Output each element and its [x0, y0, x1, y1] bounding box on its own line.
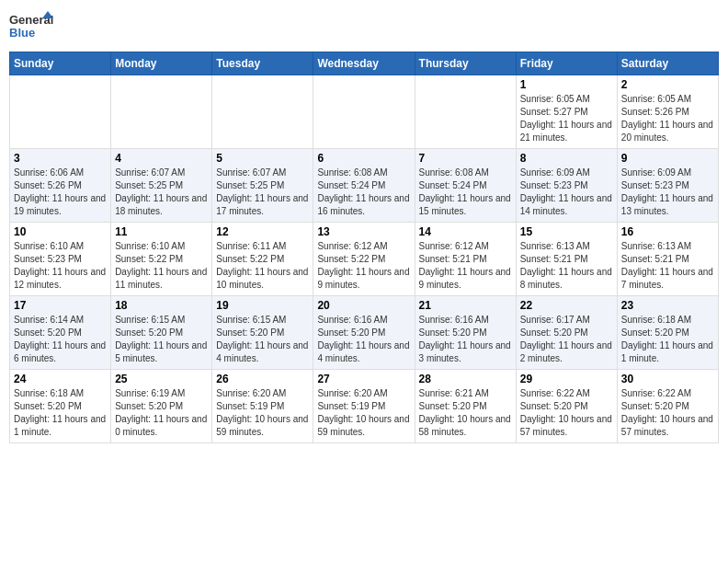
day-number: 22	[520, 299, 613, 312]
day-number: 27	[317, 373, 410, 385]
calendar-cell: 20Sunrise: 6:16 AM Sunset: 5:20 PM Dayli…	[313, 296, 415, 370]
day-number: 24	[14, 373, 107, 385]
svg-text:Blue: Blue	[9, 26, 35, 40]
day-info: Sunrise: 6:16 AM Sunset: 5:20 PM Dayligh…	[317, 314, 410, 365]
day-number: 7	[419, 152, 512, 165]
day-info: Sunrise: 6:18 AM Sunset: 5:20 PM Dayligh…	[621, 314, 714, 365]
calendar-cell: 18Sunrise: 6:15 AM Sunset: 5:20 PM Dayli…	[111, 296, 212, 370]
calendar-cell: 5Sunrise: 6:07 AM Sunset: 5:25 PM Daylig…	[212, 149, 313, 223]
weekday-header-wednesday: Wednesday	[313, 52, 415, 75]
calendar-cell: 7Sunrise: 6:08 AM Sunset: 5:24 PM Daylig…	[415, 149, 516, 223]
calendar-cell: 4Sunrise: 6:07 AM Sunset: 5:25 PM Daylig…	[111, 149, 212, 223]
day-info: Sunrise: 6:17 AM Sunset: 5:20 PM Dayligh…	[520, 314, 613, 365]
day-number: 6	[317, 152, 410, 165]
calendar-cell	[212, 75, 313, 149]
day-info: Sunrise: 6:18 AM Sunset: 5:20 PM Dayligh…	[14, 387, 107, 439]
week-row-5: 24Sunrise: 6:18 AM Sunset: 5:20 PM Dayli…	[10, 370, 719, 443]
calendar-cell: 28Sunrise: 6:21 AM Sunset: 5:20 PM Dayli…	[415, 370, 516, 443]
day-info: Sunrise: 6:06 AM Sunset: 5:26 PM Dayligh…	[14, 167, 107, 218]
day-info: Sunrise: 6:09 AM Sunset: 5:23 PM Dayligh…	[520, 167, 613, 218]
day-number: 9	[621, 152, 714, 165]
day-info: Sunrise: 6:07 AM Sunset: 5:25 PM Dayligh…	[115, 167, 208, 218]
calendar-cell: 21Sunrise: 6:16 AM Sunset: 5:20 PM Dayli…	[415, 296, 516, 370]
day-number: 2	[621, 78, 714, 91]
day-number: 25	[115, 373, 208, 385]
calendar-cell: 8Sunrise: 6:09 AM Sunset: 5:23 PM Daylig…	[516, 149, 617, 223]
calendar-cell: 1Sunrise: 6:05 AM Sunset: 5:27 PM Daylig…	[516, 75, 617, 149]
calendar-cell: 23Sunrise: 6:18 AM Sunset: 5:20 PM Dayli…	[617, 296, 718, 370]
day-info: Sunrise: 6:13 AM Sunset: 5:21 PM Dayligh…	[520, 240, 613, 292]
weekday-header-friday: Friday	[516, 52, 617, 75]
day-info: Sunrise: 6:07 AM Sunset: 5:25 PM Dayligh…	[216, 167, 309, 218]
calendar-cell: 16Sunrise: 6:13 AM Sunset: 5:21 PM Dayli…	[617, 223, 718, 296]
day-number: 30	[621, 373, 714, 385]
calendar-cell: 6Sunrise: 6:08 AM Sunset: 5:24 PM Daylig…	[313, 149, 415, 223]
day-info: Sunrise: 6:12 AM Sunset: 5:21 PM Dayligh…	[419, 240, 512, 292]
calendar-cell: 29Sunrise: 6:22 AM Sunset: 5:20 PM Dayli…	[516, 370, 617, 443]
week-row-4: 17Sunrise: 6:14 AM Sunset: 5:20 PM Dayli…	[10, 296, 719, 370]
calendar-cell: 14Sunrise: 6:12 AM Sunset: 5:21 PM Dayli…	[415, 223, 516, 296]
calendar-table: SundayMondayTuesdayWednesdayThursdayFrid…	[9, 52, 719, 443]
calendar-cell	[313, 75, 415, 149]
calendar-cell: 12Sunrise: 6:11 AM Sunset: 5:22 PM Dayli…	[212, 223, 313, 296]
day-info: Sunrise: 6:22 AM Sunset: 5:20 PM Dayligh…	[520, 387, 613, 439]
calendar-cell: 9Sunrise: 6:09 AM Sunset: 5:23 PM Daylig…	[617, 149, 718, 223]
day-number: 12	[216, 225, 309, 238]
day-info: Sunrise: 6:12 AM Sunset: 5:22 PM Dayligh…	[317, 240, 410, 292]
day-number: 13	[317, 225, 410, 238]
week-row-1: 1Sunrise: 6:05 AM Sunset: 5:27 PM Daylig…	[10, 75, 719, 149]
weekday-header-tuesday: Tuesday	[212, 52, 313, 75]
day-number: 4	[115, 152, 208, 165]
day-info: Sunrise: 6:14 AM Sunset: 5:20 PM Dayligh…	[14, 314, 107, 365]
day-info: Sunrise: 6:21 AM Sunset: 5:20 PM Dayligh…	[419, 387, 512, 439]
day-info: Sunrise: 6:15 AM Sunset: 5:20 PM Dayligh…	[115, 314, 208, 365]
day-info: Sunrise: 6:20 AM Sunset: 5:19 PM Dayligh…	[317, 387, 410, 439]
calendar-cell	[415, 75, 516, 149]
day-number: 28	[419, 373, 512, 385]
week-row-2: 3Sunrise: 6:06 AM Sunset: 5:26 PM Daylig…	[10, 149, 719, 223]
day-number: 21	[419, 299, 512, 312]
calendar-cell: 13Sunrise: 6:12 AM Sunset: 5:22 PM Dayli…	[313, 223, 415, 296]
weekday-header-saturday: Saturday	[617, 52, 718, 75]
calendar-cell: 25Sunrise: 6:19 AM Sunset: 5:20 PM Dayli…	[111, 370, 212, 443]
weekday-header-thursday: Thursday	[415, 52, 516, 75]
day-info: Sunrise: 6:08 AM Sunset: 5:24 PM Dayligh…	[317, 167, 410, 218]
weekday-header-sunday: Sunday	[10, 52, 111, 75]
day-info: Sunrise: 6:08 AM Sunset: 5:24 PM Dayligh…	[419, 167, 512, 218]
day-info: Sunrise: 6:05 AM Sunset: 5:27 PM Dayligh…	[520, 93, 613, 144]
weekday-header-row: SundayMondayTuesdayWednesdayThursdayFrid…	[10, 52, 719, 75]
day-info: Sunrise: 6:22 AM Sunset: 5:20 PM Dayligh…	[621, 387, 714, 439]
calendar-cell: 30Sunrise: 6:22 AM Sunset: 5:20 PM Dayli…	[617, 370, 718, 443]
calendar-cell: 17Sunrise: 6:14 AM Sunset: 5:20 PM Dayli…	[10, 296, 111, 370]
day-info: Sunrise: 6:10 AM Sunset: 5:23 PM Dayligh…	[14, 240, 107, 292]
calendar-cell	[111, 75, 212, 149]
day-number: 5	[216, 152, 309, 165]
day-info: Sunrise: 6:15 AM Sunset: 5:20 PM Dayligh…	[216, 314, 309, 365]
logo-svg: General Blue	[9, 9, 53, 46]
calendar-cell: 24Sunrise: 6:18 AM Sunset: 5:20 PM Dayli…	[10, 370, 111, 443]
day-number: 20	[317, 299, 410, 312]
day-info: Sunrise: 6:11 AM Sunset: 5:22 PM Dayligh…	[216, 240, 309, 292]
day-number: 1	[520, 78, 613, 91]
day-number: 18	[115, 299, 208, 312]
day-number: 26	[216, 373, 309, 385]
day-info: Sunrise: 6:19 AM Sunset: 5:20 PM Dayligh…	[115, 387, 208, 439]
calendar-cell: 15Sunrise: 6:13 AM Sunset: 5:21 PM Dayli…	[516, 223, 617, 296]
calendar-cell: 11Sunrise: 6:10 AM Sunset: 5:22 PM Dayli…	[111, 223, 212, 296]
day-number: 29	[520, 373, 613, 385]
day-number: 15	[520, 225, 613, 238]
calendar-cell: 19Sunrise: 6:15 AM Sunset: 5:20 PM Dayli…	[212, 296, 313, 370]
calendar-cell: 22Sunrise: 6:17 AM Sunset: 5:20 PM Dayli…	[516, 296, 617, 370]
day-number: 23	[621, 299, 714, 312]
weekday-header-monday: Monday	[111, 52, 212, 75]
logo: General Blue	[9, 9, 53, 46]
day-number: 3	[14, 152, 107, 165]
day-number: 19	[216, 299, 309, 312]
calendar-cell: 10Sunrise: 6:10 AM Sunset: 5:23 PM Dayli…	[10, 223, 111, 296]
week-row-3: 10Sunrise: 6:10 AM Sunset: 5:23 PM Dayli…	[10, 223, 719, 296]
day-number: 17	[14, 299, 107, 312]
day-number: 8	[520, 152, 613, 165]
calendar-cell	[10, 75, 111, 149]
day-number: 16	[621, 225, 714, 238]
day-info: Sunrise: 6:13 AM Sunset: 5:21 PM Dayligh…	[621, 240, 714, 292]
